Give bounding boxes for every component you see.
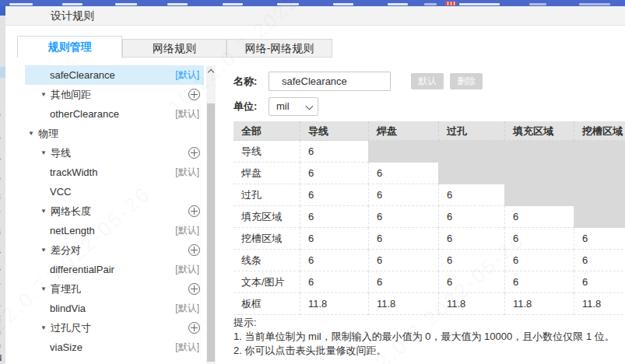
tree-item-differentialPair[interactable]: differentialPair[默认] [25,260,204,279]
collapse-caret-icon[interactable]: ▼ [40,285,47,292]
tree-item-网络长度[interactable]: ▼网络长度 [25,201,204,221]
clearance-value-cell[interactable]: 6 [504,228,574,250]
clipped-text-fragment: 6 [0,134,1,142]
add-rule-icon[interactable] [188,244,200,256]
clearance-value-cell[interactable]: 6 [368,250,438,271]
clearance-value-cell[interactable]: 11.8 [574,293,625,315]
clearance-value-cell[interactable]: 6 [504,271,574,293]
clearance-matrix-table: 全部导线焊盘过孔填充区域挖槽区域导线6焊盘66过孔666填充区域6666挖槽区域… [233,121,625,315]
name-label: 名称: [233,72,257,91]
clearance-value-cell[interactable]: 6 [300,250,368,271]
clearance-value-cell[interactable]: 6 [300,163,368,184]
clearance-value-cell[interactable]: 6 [368,184,438,206]
clearance-value-cell[interactable]: 6 [368,271,438,293]
scroll-up-button[interactable] [206,65,216,77]
table-row: 文本/图片66666 [233,271,625,293]
clearance-value-cell[interactable]: 6 [504,250,574,271]
collapse-caret-icon[interactable]: ▼ [28,130,34,137]
clearance-value-cell[interactable]: 6 [368,206,438,228]
clearance-value-cell[interactable]: 6 [300,141,368,163]
tab-net-rules[interactable]: 网络规则 [122,39,226,58]
collapse-caret-icon[interactable]: ▼ [40,91,47,98]
tree-item-otherClearance[interactable]: otherClearance[默认] [25,104,204,124]
unit-select[interactable]: mil [269,97,318,116]
column-header-5[interactable]: 挖槽区域 [574,121,625,141]
tree-item-差分对[interactable]: ▼差分对 [25,240,204,260]
clearance-value-cell[interactable]: 6 [438,184,504,206]
clipped-text-fragment: 9 [0,343,1,351]
clearance-value-cell[interactable]: 6 [368,228,438,250]
clearance-value-cell[interactable]: 6 [300,184,368,206]
add-rule-icon[interactable] [188,89,200,100]
disabled-cell [574,206,625,228]
clearance-value-cell[interactable]: 6 [300,228,368,250]
tree-item-label: differentialPair [50,264,114,275]
menu-item-fragment [167,3,188,5]
clipped-text-fragment: 2 [0,314,1,322]
clearance-value-cell[interactable]: 6 [504,206,574,228]
tree-item-label: safeClearance [50,69,115,81]
tree-scrollbar[interactable] [206,65,216,364]
tree-item-label: VCC [50,186,71,198]
app-logo-icon [445,2,456,5]
tree-item-导线[interactable]: ▼导线 [25,143,204,163]
clearance-value-cell[interactable]: 11.8 [504,293,574,315]
delete-button[interactable]: 删除 [450,73,483,89]
clearance-value-cell[interactable]: 6 [300,271,368,293]
tab-net-net-rules[interactable]: 网络-网络规则 [226,39,332,58]
add-rule-icon[interactable] [188,322,200,334]
scrollbar-thumb[interactable] [207,103,215,362]
column-header-3[interactable]: 过孔 [438,121,504,141]
table-row: 板框11.811.811.811.811.8 [233,293,625,315]
rule-name-input[interactable] [269,72,391,91]
column-header-4[interactable]: 填充区域 [504,121,574,141]
collapse-caret-icon[interactable]: ▼ [40,208,47,215]
clearance-value-cell[interactable]: 6 [438,250,504,271]
collapse-caret-icon[interactable]: ▼ [40,247,47,254]
tree-item-label: blindVia [50,303,86,314]
clearance-value-cell[interactable]: 6 [438,228,504,250]
dialog-title: 设计规则 [51,6,94,25]
tree-item-物理[interactable]: ▼物理 [25,124,204,143]
tree-item-netLength[interactable]: netLength[默认] [25,221,204,240]
disabled-cell [574,184,625,206]
tree-item-trackWidth[interactable]: trackWidth[默认] [25,163,204,182]
tree-item-盲埋孔[interactable]: ▼盲埋孔 [25,279,204,299]
clearance-value-cell[interactable]: 6 [368,163,438,184]
row-label: 过孔 [233,184,300,206]
add-rule-icon[interactable] [188,205,200,217]
clearance-value-cell[interactable]: 6 [574,228,625,250]
menu-item-fragment [424,3,437,5]
tree-item-safeClearance[interactable]: safeClearance[默认] [25,65,204,85]
collapse-caret-icon[interactable]: ▼ [40,324,47,331]
background-panel-header [0,6,5,16]
tree-item-过孔尺寸[interactable]: ▼过孔尺寸 [25,318,204,338]
menu-item-fragment [579,3,610,5]
clipped-text-fragment: 7 [0,211,1,219]
clearance-value-cell[interactable]: 11.8 [368,293,438,315]
clearance-value-cell[interactable]: 6 [300,206,368,228]
clearance-value-cell[interactable]: 6 [574,271,625,293]
add-rule-icon[interactable] [188,147,200,159]
menu-item-fragment [388,3,408,5]
tree-item-label: 差分对 [51,243,81,257]
disabled-cell [574,141,625,163]
clearance-value-cell[interactable]: 11.8 [438,293,504,315]
clearance-value-cell[interactable]: 6 [438,206,504,228]
column-header-1[interactable]: 导线 [300,121,368,141]
menu-item-fragment [529,3,546,5]
clearance-value-cell[interactable]: 6 [438,271,504,293]
add-rule-icon[interactable] [188,283,200,295]
column-header-all[interactable]: 全部 [233,121,300,141]
tree-item-其他间距[interactable]: ▼其他间距 [25,85,204,104]
clearance-value-cell[interactable]: 6 [574,250,625,271]
column-header-2[interactable]: 焊盘 [368,121,438,141]
clipped-text-fragment: 4 [0,248,1,256]
tree-item-blindVia[interactable]: blindVia[默认] [25,299,204,318]
tab-rule-management[interactable]: 规则管理 [17,36,122,58]
tree-item-VCC[interactable]: VCC [25,182,204,201]
collapse-caret-icon[interactable]: ▼ [40,149,47,156]
clearance-value-cell[interactable]: 11.8 [300,293,368,315]
tree-item-viaSize[interactable]: viaSize[默认] [25,338,204,357]
default-button[interactable]: 默认 [411,73,444,89]
